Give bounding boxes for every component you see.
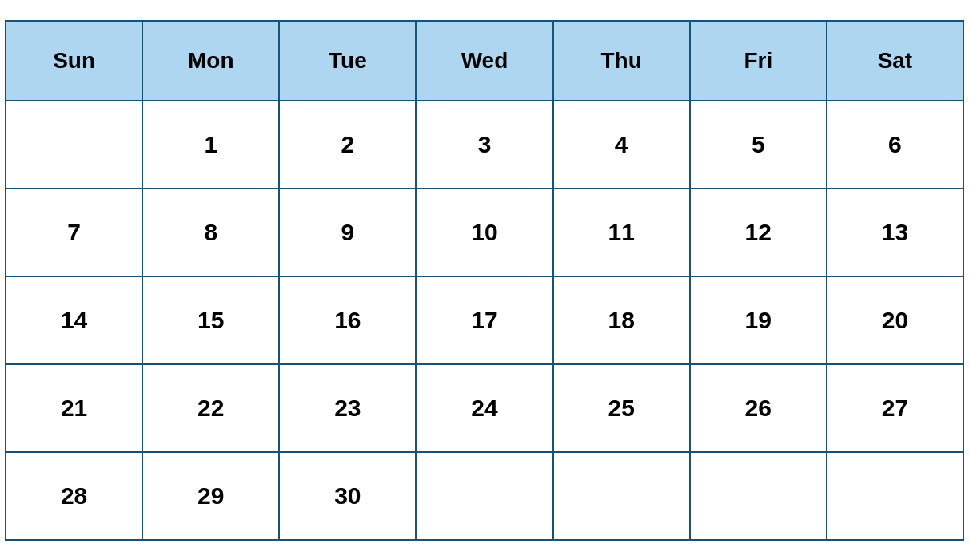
calendar-day-21[interactable]: 21	[6, 364, 142, 452]
calendar-header-wed: Wed	[416, 21, 552, 101]
calendar-day-17[interactable]: 17	[416, 276, 552, 364]
calendar-day-14[interactable]: 14	[6, 276, 142, 364]
calendar-day-30[interactable]: 30	[279, 452, 416, 540]
calendar-day-25[interactable]: 25	[553, 364, 690, 452]
calendar-day-9[interactable]: 9	[279, 189, 416, 276]
calendar-header-fri: Fri	[690, 21, 827, 101]
calendar-day-27[interactable]: 27	[827, 364, 963, 452]
calendar-day-1[interactable]: 1	[142, 101, 279, 189]
calendar-day-29[interactable]: 29	[142, 452, 279, 540]
calendar-week-row: 282930	[6, 452, 963, 540]
calendar-day-4[interactable]: 4	[553, 101, 690, 189]
calendar-day-24[interactable]: 24	[416, 364, 552, 452]
calendar-day-empty	[553, 452, 690, 540]
calendar-day-20[interactable]: 20	[827, 276, 963, 364]
calendar-header-sun: Sun	[6, 21, 142, 101]
calendar-day-15[interactable]: 15	[142, 276, 279, 364]
calendar-day-10[interactable]: 10	[416, 189, 552, 276]
calendar-week-row: 123456	[6, 101, 963, 189]
calendar-header-thu: Thu	[553, 21, 690, 101]
calendar-day-19[interactable]: 19	[690, 276, 827, 364]
calendar-day-12[interactable]: 12	[690, 189, 827, 276]
calendar-day-7[interactable]: 7	[6, 189, 142, 276]
calendar-day-8[interactable]: 8	[142, 189, 279, 276]
calendar-header-row: SunMonTueWedThuFriSat	[6, 21, 963, 101]
calendar-week-row: 78910111213	[6, 189, 963, 276]
calendar-header-tue: Tue	[279, 21, 416, 101]
calendar-day-11[interactable]: 11	[553, 189, 690, 276]
calendar-header-mon: Mon	[142, 21, 279, 101]
calendar-table: SunMonTueWedThuFriSat 123456789101112131…	[5, 20, 964, 541]
calendar-day-3[interactable]: 3	[416, 101, 552, 189]
calendar-day-13[interactable]: 13	[827, 189, 963, 276]
calendar-day-16[interactable]: 16	[279, 276, 416, 364]
calendar-day-empty	[6, 101, 142, 189]
calendar-day-18[interactable]: 18	[553, 276, 690, 364]
calendar-day-6[interactable]: 6	[827, 101, 963, 189]
calendar-day-26[interactable]: 26	[690, 364, 827, 452]
calendar-day-5[interactable]: 5	[690, 101, 827, 189]
calendar-day-empty	[827, 452, 963, 540]
calendar-week-row: 14151617181920	[6, 276, 963, 364]
calendar-day-23[interactable]: 23	[279, 364, 416, 452]
calendar-header-sat: Sat	[827, 21, 963, 101]
calendar-day-28[interactable]: 28	[6, 452, 142, 540]
calendar-week-row: 21222324252627	[6, 364, 963, 452]
calendar-day-2[interactable]: 2	[279, 101, 416, 189]
calendar-day-empty	[416, 452, 552, 540]
calendar-day-empty	[690, 452, 827, 540]
calendar-day-22[interactable]: 22	[142, 364, 279, 452]
